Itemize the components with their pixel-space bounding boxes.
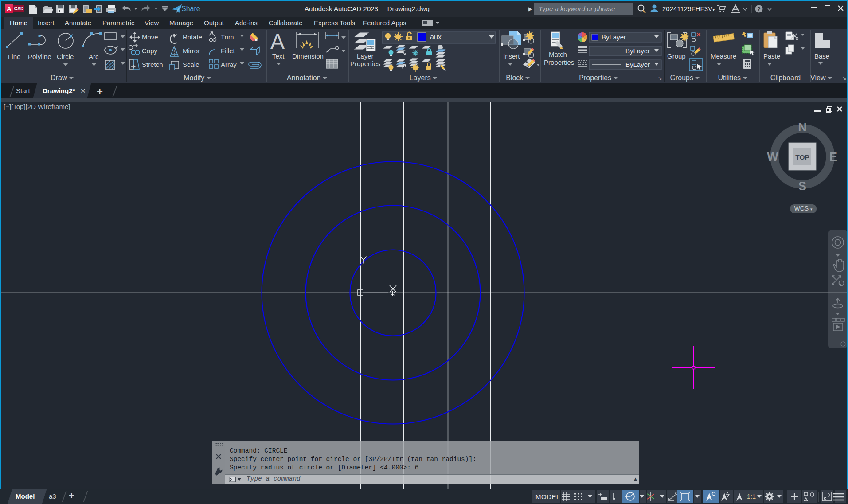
svg-text:N: N [798, 121, 807, 134]
svg-text:ByLayer: ByLayer [625, 47, 650, 55]
svg-text:E: E [829, 150, 837, 164]
svg-text:Base: Base [814, 52, 829, 60]
svg-text:Paste: Paste [763, 52, 780, 60]
svg-text:Copy: Copy [142, 47, 158, 55]
svg-text:Line: Line [8, 53, 20, 60]
svg-text:Dimension: Dimension [292, 52, 324, 60]
svg-text:ByLayer: ByLayer [602, 33, 626, 41]
svg-text:Match: Match [549, 51, 567, 58]
svg-text:Stretch: Stretch [142, 61, 163, 68]
svg-text:aux: aux [430, 33, 442, 41]
svg-text:Mirror: Mirror [183, 47, 200, 55]
svg-text:Layer: Layer [357, 52, 374, 60]
svg-text:Circle: Circle [57, 53, 74, 60]
svg-text:Trim: Trim [221, 33, 234, 41]
svg-text:Scale: Scale [183, 61, 199, 68]
svg-text:?: ? [757, 6, 761, 12]
svg-text:Text: Text [272, 52, 285, 60]
svg-text:S: S [798, 180, 806, 193]
svg-text:Move: Move [142, 33, 158, 41]
svg-text:Group: Group [667, 52, 686, 60]
svg-text:A: A [270, 30, 285, 53]
svg-text:Properties: Properties [350, 60, 380, 67]
svg-text:Fillet: Fillet [221, 47, 235, 55]
svg-text:Rotate: Rotate [183, 33, 202, 41]
svg-text:Properties: Properties [544, 59, 574, 66]
svg-text:TOP: TOP [795, 153, 809, 161]
svg-text:Polyline: Polyline [28, 53, 51, 60]
svg-text:Arc: Arc [89, 53, 99, 60]
svg-text:ByLayer: ByLayer [625, 61, 650, 68]
svg-text:Array: Array [221, 61, 237, 68]
svg-text:1:1: 1:1 [747, 493, 756, 500]
svg-text:Measure: Measure [711, 52, 736, 60]
svg-text:Insert: Insert [503, 52, 520, 60]
svg-text:W: W [767, 150, 778, 164]
